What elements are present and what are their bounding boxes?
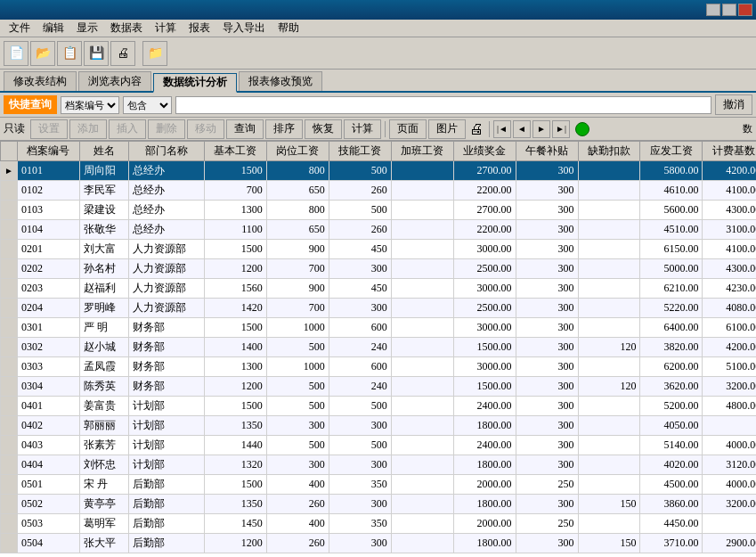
- table-row[interactable]: 0502黄亭亭后勤部13502603001800.003001503860.00…: [1, 495, 757, 514]
- table-cell: [578, 455, 640, 475]
- table-row[interactable]: ►0101周向阳总经办15008005002700.003005800.0042…: [1, 161, 757, 181]
- header-meal[interactable]: 午餐补贴: [516, 142, 578, 161]
- toolbar-print[interactable]: 🖨: [110, 41, 135, 66]
- toolbar-save[interactable]: 💾: [84, 41, 109, 66]
- table-row[interactable]: 0204罗明峰人力资源部14207003002500.003005220.004…: [1, 299, 757, 318]
- header-name[interactable]: 姓名: [79, 142, 128, 161]
- table-cell: 1800.00: [453, 534, 516, 553]
- table-row[interactable]: 0404刘怀忠计划部13203003001800.003004020.00312…: [1, 455, 757, 475]
- table-row[interactable]: 0304陈秀英财务部12005002401500.003001203620.00…: [1, 377, 757, 397]
- restore-button[interactable]: 恢复: [305, 119, 342, 139]
- settings-button[interactable]: 设置: [30, 119, 68, 139]
- calc-button[interactable]: 计算: [344, 119, 381, 139]
- table-cell: 3820.00: [640, 338, 703, 357]
- table-row[interactable]: 0303孟凤霞财务部130010006003000.003006200.0051…: [1, 357, 757, 377]
- insert-button[interactable]: 插入: [109, 119, 146, 139]
- menu-file[interactable]: 文件: [4, 19, 36, 37]
- table-container[interactable]: 档案编号 姓名 部门名称 基本工资 岗位工资 技能工资 加班工资 业绩奖金 午餐…: [0, 141, 756, 557]
- nav-first[interactable]: |◄: [493, 120, 511, 138]
- table-cell: 3100.00: [703, 220, 756, 240]
- table-cell: 1300: [204, 357, 266, 377]
- table-row[interactable]: 0501宋 丹后勤部15004003502000.002504500.00400…: [1, 475, 757, 495]
- toolbar-folder[interactable]: 📁: [142, 41, 167, 66]
- close-button[interactable]: [738, 4, 752, 16]
- tab-browse-content[interactable]: 浏览表内容: [78, 71, 151, 91]
- tab-modify-structure[interactable]: 修改表结构: [4, 71, 77, 91]
- header-dept[interactable]: 部门名称: [129, 142, 205, 161]
- header-skill-salary[interactable]: 技能工资: [329, 142, 391, 161]
- menu-display[interactable]: 显示: [71, 19, 103, 37]
- table-cell: 1500.00: [453, 338, 516, 357]
- table-cell: 250: [516, 514, 578, 534]
- table-row[interactable]: 0401姜富贵计划部15005005002400.003005200.00480…: [1, 397, 757, 416]
- table-cell: 1320: [204, 455, 266, 475]
- table-cell: [578, 475, 640, 495]
- table-row[interactable]: 0503葛明军后勤部14504003502000.002504450.00: [1, 514, 757, 534]
- table-row[interactable]: 0202孙名村人力资源部12007003002500.003005000.004…: [1, 259, 757, 279]
- toolbar-new[interactable]: 📄: [4, 41, 28, 66]
- header-id[interactable]: 档案编号: [17, 142, 79, 161]
- header-total[interactable]: 应发工资: [640, 142, 703, 161]
- table-cell: 6400.00: [640, 318, 703, 338]
- search-input[interactable]: [175, 96, 711, 114]
- table-row[interactable]: 0103梁建设总经办13008005002700.003005600.00430…: [1, 201, 757, 220]
- table-row[interactable]: 0203赵福利人力资源部15609004503000.003006210.004…: [1, 279, 757, 299]
- search-condition-select[interactable]: 包含 等于 开始于: [123, 96, 172, 114]
- table-row[interactable]: 0402郭丽丽计划部13503003001800.003004050.00: [1, 416, 757, 436]
- table-cell: 人力资源部: [129, 299, 205, 318]
- cancel-button[interactable]: 撤消: [715, 94, 752, 115]
- table-cell: 4800.00: [703, 397, 756, 416]
- menu-edit[interactable]: 编辑: [37, 19, 69, 37]
- header-base-salary[interactable]: 基本工资: [204, 142, 266, 161]
- header-deduct[interactable]: 缺勤扣款: [578, 142, 640, 161]
- nav-next[interactable]: ►: [532, 120, 550, 138]
- delete-button[interactable]: 删除: [148, 119, 185, 139]
- table-cell: 3620.00: [640, 377, 703, 397]
- nav-last[interactable]: ►|: [552, 120, 570, 138]
- table-row[interactable]: 0504张大平后勤部12002603001800.003001503710.00…: [1, 534, 757, 553]
- menu-import-export[interactable]: 导入导出: [217, 19, 271, 37]
- row-indicator: [1, 495, 18, 514]
- table-cell: 500: [329, 397, 391, 416]
- page-button[interactable]: 页面: [389, 119, 427, 139]
- table-cell: 1350: [204, 416, 266, 436]
- table-row[interactable]: 0302赵小城财务部14005002401500.003001203820.00…: [1, 338, 757, 357]
- header-base-fee[interactable]: 计费基数: [703, 142, 756, 161]
- table-cell: 张素芳: [79, 436, 128, 455]
- sort-button[interactable]: 排序: [265, 119, 303, 139]
- image-button[interactable]: 图片: [428, 119, 466, 139]
- nav-prev[interactable]: ◄: [513, 120, 531, 138]
- table-cell: [391, 181, 453, 201]
- table-cell: 3000.00: [453, 240, 516, 259]
- menu-help[interactable]: 帮助: [272, 19, 305, 37]
- action-bar: 只读 设置 添加 插入 删除 移动 查询 排序 恢复 计算 页面 图片 🖨 |◄…: [0, 118, 756, 141]
- minimize-button[interactable]: [706, 4, 720, 16]
- table-cell: [391, 240, 453, 259]
- table-row[interactable]: 0201刘大富人力资源部15009004503000.003006150.004…: [1, 240, 757, 259]
- table-row[interactable]: 0301严 明财务部150010006003000.003006400.0061…: [1, 318, 757, 338]
- menu-report[interactable]: 报表: [183, 19, 215, 37]
- add-button[interactable]: 添加: [69, 119, 107, 139]
- header-overtime[interactable]: 加班工资: [391, 142, 453, 161]
- table-row[interactable]: 0104张敬华总经办11006502602200.003004510.00310…: [1, 220, 757, 240]
- menu-calculate[interactable]: 计算: [150, 19, 182, 37]
- tab-report-preview[interactable]: 报表修改预览: [239, 71, 322, 91]
- table-row[interactable]: 0403张素芳计划部14405005002400.003005140.00400…: [1, 436, 757, 455]
- table-cell: 后勤部: [129, 534, 205, 553]
- header-performance[interactable]: 业绩奖金: [453, 142, 516, 161]
- menu-datatable[interactable]: 数据表: [105, 19, 148, 37]
- query-button[interactable]: 查询: [226, 119, 264, 139]
- table-cell: 120: [578, 377, 640, 397]
- table-cell: 300: [516, 259, 578, 279]
- table-cell: 260: [266, 495, 329, 514]
- row-indicator: [1, 455, 18, 475]
- search-field-select[interactable]: 档案编号 姓名 部门名称: [61, 96, 119, 114]
- header-position-salary[interactable]: 岗位工资: [266, 142, 329, 161]
- toolbar-open[interactable]: 📂: [30, 41, 55, 66]
- maximize-button[interactable]: [722, 4, 736, 16]
- toolbar-copy[interactable]: 📋: [57, 41, 82, 66]
- tab-statistics[interactable]: 数据统计分析: [153, 73, 237, 93]
- table-row[interactable]: 0102李民军总经办7006502602200.003004610.004100…: [1, 181, 757, 201]
- move-button[interactable]: 移动: [187, 119, 224, 139]
- table-cell: 1500: [204, 161, 266, 181]
